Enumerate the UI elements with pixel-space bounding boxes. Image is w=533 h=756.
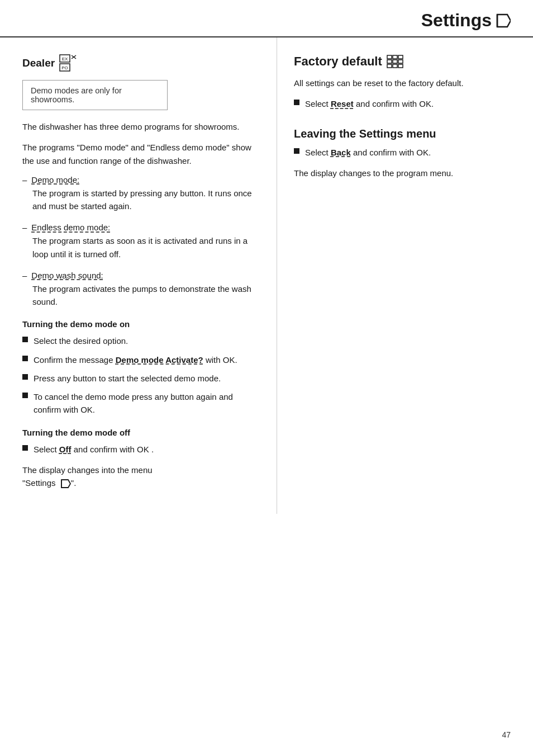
factory-default-header: Factory default xyxy=(294,54,511,69)
svg-marker-0 xyxy=(497,15,511,27)
page-number: 47 xyxy=(502,730,511,739)
leaving-bullet-list: Select Back and confirm with OK. xyxy=(294,146,511,159)
factory-body-text: All settings can be reset to the factory… xyxy=(294,77,511,89)
demo-item-3-title: Demo wash sound: xyxy=(31,271,103,280)
page-title: Settings xyxy=(421,10,511,31)
factory-bullet-item-1: Select Reset and confirm with OK. xyxy=(294,97,511,110)
dealer-header: Dealer EX PO xyxy=(22,54,260,72)
factory-bullet-text: Select Reset and confirm with OK. xyxy=(305,97,434,110)
svg-text:PO: PO xyxy=(61,65,68,70)
dash-2: – xyxy=(22,223,27,232)
svg-rect-17 xyxy=(393,64,397,68)
bullet-icon-factory xyxy=(294,100,299,105)
turning-on-item-3-text: Press any button to start the selected d… xyxy=(34,372,221,385)
demo-item-3: – Demo wash sound: The program activates… xyxy=(22,271,260,309)
turning-on-item-2: Confirm the message Demo mode Activate? … xyxy=(22,353,260,366)
bullet-icon-1 xyxy=(22,337,28,342)
svg-rect-13 xyxy=(387,60,392,63)
svg-rect-10 xyxy=(387,55,392,59)
turning-off-list: Select Off and confirm with OK . xyxy=(22,443,260,456)
factory-icon xyxy=(387,55,403,68)
demo-item-3-body: The program activates the pumps to demon… xyxy=(32,282,260,309)
left-column: Dealer EX PO Demo modes are only for sho… xyxy=(0,37,277,514)
turning-on-item-4-text: To cancel the demo mode press any button… xyxy=(34,390,260,417)
leaving-settings-title: Leaving the Settings menu xyxy=(294,127,511,140)
dealer-title: Dealer xyxy=(22,57,55,69)
right-column: Factory default All settings can be rese… xyxy=(277,37,533,514)
turning-off-item-1-text: Select Off and confirm with OK . xyxy=(34,443,154,456)
demo-item-1-title: Demo mode: xyxy=(31,175,79,185)
settings-title-text: Settings xyxy=(421,10,492,31)
turning-on-item-4: To cancel the demo mode press any button… xyxy=(22,390,260,417)
bullet-icon-5 xyxy=(22,445,28,451)
turning-on-item-1: Select the desired option. xyxy=(22,334,260,347)
demo-item-3-header: – Demo wash sound: xyxy=(22,271,260,280)
turning-off-title: Turning the demo mode off xyxy=(22,428,260,437)
svg-rect-12 xyxy=(398,55,403,59)
intro-text-1: The dishwasher has three demo programs f… xyxy=(22,120,260,133)
intro-text-2: The programs "Demo mode" and "Endless de… xyxy=(22,141,260,167)
bullet-icon-2 xyxy=(22,356,28,361)
demo-item-2: – Endless demo mode: The program starts … xyxy=(22,223,260,261)
bullet-icon-3 xyxy=(22,374,28,380)
demo-item-1-header: – Demo mode: xyxy=(22,175,260,185)
settings-icon xyxy=(496,13,511,28)
leaving-bullet-text: Select Back and confirm with OK. xyxy=(305,146,431,159)
turning-off-footer: The display changes into the menu "Setti… xyxy=(22,464,260,490)
turning-on-item-3: Press any button to start the selected d… xyxy=(22,372,260,385)
leaving-bullet-item-1: Select Back and confirm with OK. xyxy=(294,146,511,159)
dash-3: – xyxy=(22,271,27,280)
turning-on-item-2-text: Confirm the message Demo mode Activate? … xyxy=(34,353,237,366)
bullet-icon-4 xyxy=(22,393,28,398)
svg-text:EX: EX xyxy=(62,56,68,62)
svg-rect-18 xyxy=(398,64,403,68)
turning-off-footer-2: "Settings ". xyxy=(22,478,76,488)
turning-off-item-1: Select Off and confirm with OK . xyxy=(22,443,260,456)
demo-item-2-header: – Endless demo mode: xyxy=(22,223,260,232)
svg-marker-8 xyxy=(61,480,70,488)
demo-item-2-body: The program starts as soon as it is acti… xyxy=(32,234,260,261)
svg-rect-11 xyxy=(393,55,397,59)
factory-bullet-list: Select Reset and confirm with OK. xyxy=(294,97,511,110)
dealer-notice-text: Demo modes are only for showrooms. xyxy=(31,86,122,104)
turning-on-title: Turning the demo mode on xyxy=(22,319,260,329)
leaving-footer-text: The display changes to the program menu. xyxy=(294,167,511,179)
turning-on-list: Select the desired option. Confirm the m… xyxy=(22,334,260,416)
bullet-icon-leaving xyxy=(294,148,299,154)
svg-rect-15 xyxy=(398,60,403,63)
page-container: Settings Dealer EX PO xyxy=(0,0,533,756)
demo-item-1: – Demo mode: The program is started by p… xyxy=(22,175,260,213)
page-header: Settings xyxy=(0,0,533,37)
demo-item-2-title: Endless demo mode: xyxy=(31,223,110,232)
demo-item-1-body: The program is started by pressing any b… xyxy=(32,187,260,213)
content-area: Dealer EX PO Demo modes are only for sho… xyxy=(0,37,533,514)
factory-default-title: Factory default xyxy=(294,54,382,69)
inline-settings-icon xyxy=(61,479,71,488)
dealer-icon: EX PO xyxy=(59,54,83,72)
svg-rect-14 xyxy=(393,60,397,63)
dash-1: – xyxy=(22,175,27,185)
dealer-notice-box: Demo modes are only for showrooms. xyxy=(22,80,168,110)
svg-rect-16 xyxy=(387,64,392,68)
turning-on-item-1-text: Select the desired option. xyxy=(34,334,128,347)
